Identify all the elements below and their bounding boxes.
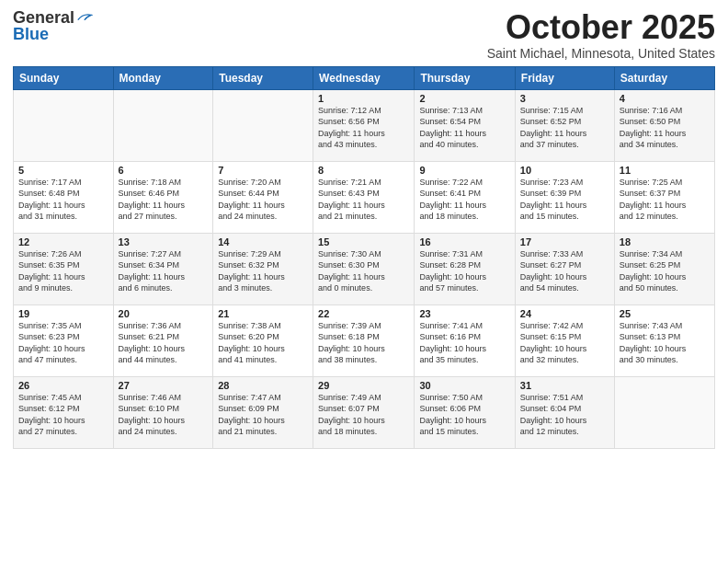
- day-number: 27: [119, 380, 209, 391]
- calendar-day-6: 6Sunrise: 7:18 AM Sunset: 6:46 PM Daylig…: [113, 161, 213, 233]
- calendar-day-14: 14Sunrise: 7:29 AM Sunset: 6:32 PM Dayli…: [213, 233, 313, 304]
- day-info: Sunrise: 7:21 AM Sunset: 6:43 PM Dayligh…: [318, 177, 409, 223]
- month-title: October 2025: [487, 9, 715, 46]
- calendar-day-8: 8Sunrise: 7:21 AM Sunset: 6:43 PM Daylig…: [313, 161, 415, 233]
- calendar-week-5: 26Sunrise: 7:45 AM Sunset: 6:12 PM Dayli…: [14, 376, 715, 448]
- day-info: Sunrise: 7:36 AM Sunset: 6:21 PM Dayligh…: [119, 320, 209, 366]
- calendar-day-30: 30Sunrise: 7:50 AM Sunset: 6:06 PM Dayli…: [415, 376, 515, 448]
- day-info: Sunrise: 7:43 AM Sunset: 6:13 PM Dayligh…: [620, 320, 710, 366]
- calendar-table: SundayMondayTuesdayWednesdayThursdayFrid…: [13, 66, 715, 449]
- day-info: Sunrise: 7:16 AM Sunset: 6:50 PM Dayligh…: [620, 105, 710, 151]
- day-number: 31: [520, 380, 609, 391]
- day-number: 26: [18, 380, 108, 391]
- day-info: Sunrise: 7:26 AM Sunset: 6:35 PM Dayligh…: [18, 248, 108, 294]
- day-info: Sunrise: 7:17 AM Sunset: 6:48 PM Dayligh…: [18, 177, 108, 223]
- logo: General Blue: [13, 9, 93, 42]
- calendar-day-4: 4Sunrise: 7:16 AM Sunset: 6:50 PM Daylig…: [614, 89, 714, 161]
- calendar-week-3: 12Sunrise: 7:26 AM Sunset: 6:35 PM Dayli…: [14, 233, 715, 304]
- calendar-empty-cell: [614, 376, 714, 448]
- calendar-day-10: 10Sunrise: 7:23 AM Sunset: 6:39 PM Dayli…: [515, 161, 614, 233]
- logo-general: General: [13, 9, 74, 26]
- calendar-day-22: 22Sunrise: 7:39 AM Sunset: 6:18 PM Dayli…: [313, 304, 415, 376]
- day-info: Sunrise: 7:12 AM Sunset: 6:56 PM Dayligh…: [318, 105, 409, 151]
- day-info: Sunrise: 7:39 AM Sunset: 6:18 PM Dayligh…: [318, 320, 409, 366]
- day-number: 16: [419, 236, 509, 247]
- calendar-day-2: 2Sunrise: 7:13 AM Sunset: 6:54 PM Daylig…: [415, 89, 515, 161]
- calendar-day-31: 31Sunrise: 7:51 AM Sunset: 6:04 PM Dayli…: [515, 376, 614, 448]
- calendar-day-12: 12Sunrise: 7:26 AM Sunset: 6:35 PM Dayli…: [14, 233, 114, 304]
- calendar-day-21: 21Sunrise: 7:38 AM Sunset: 6:20 PM Dayli…: [213, 304, 313, 376]
- calendar-dow-sunday: Sunday: [14, 66, 114, 89]
- calendar-day-7: 7Sunrise: 7:20 AM Sunset: 6:44 PM Daylig…: [213, 161, 313, 233]
- calendar-day-28: 28Sunrise: 7:47 AM Sunset: 6:09 PM Dayli…: [213, 376, 313, 448]
- day-number: 23: [419, 308, 509, 319]
- calendar-day-5: 5Sunrise: 7:17 AM Sunset: 6:48 PM Daylig…: [14, 161, 114, 233]
- day-info: Sunrise: 7:41 AM Sunset: 6:16 PM Dayligh…: [419, 320, 509, 366]
- day-info: Sunrise: 7:18 AM Sunset: 6:46 PM Dayligh…: [119, 177, 209, 223]
- day-info: Sunrise: 7:27 AM Sunset: 6:34 PM Dayligh…: [119, 248, 209, 294]
- day-number: 6: [119, 165, 209, 176]
- day-number: 15: [318, 236, 409, 247]
- day-number: 22: [318, 308, 409, 319]
- day-info: Sunrise: 7:45 AM Sunset: 6:12 PM Dayligh…: [18, 392, 108, 438]
- calendar-day-26: 26Sunrise: 7:45 AM Sunset: 6:12 PM Dayli…: [14, 376, 114, 448]
- day-number: 7: [218, 165, 308, 176]
- day-number: 28: [218, 380, 308, 391]
- day-number: 3: [520, 93, 609, 104]
- calendar-week-4: 19Sunrise: 7:35 AM Sunset: 6:23 PM Dayli…: [14, 304, 715, 376]
- day-number: 24: [520, 308, 609, 319]
- day-info: Sunrise: 7:38 AM Sunset: 6:20 PM Dayligh…: [218, 320, 308, 366]
- day-number: 5: [18, 165, 108, 176]
- day-number: 20: [119, 308, 209, 319]
- day-number: 21: [218, 308, 308, 319]
- day-number: 17: [520, 236, 609, 247]
- logo-blue: Blue: [13, 26, 49, 42]
- day-info: Sunrise: 7:33 AM Sunset: 6:27 PM Dayligh…: [520, 248, 609, 294]
- page-header: General Blue October 2025 Saint Michael,…: [13, 9, 715, 61]
- calendar-day-18: 18Sunrise: 7:34 AM Sunset: 6:25 PM Dayli…: [614, 233, 714, 304]
- calendar-day-1: 1Sunrise: 7:12 AM Sunset: 6:56 PM Daylig…: [313, 89, 415, 161]
- day-info: Sunrise: 7:34 AM Sunset: 6:25 PM Dayligh…: [620, 248, 710, 294]
- calendar-day-27: 27Sunrise: 7:46 AM Sunset: 6:10 PM Dayli…: [113, 376, 213, 448]
- calendar-day-20: 20Sunrise: 7:36 AM Sunset: 6:21 PM Dayli…: [113, 304, 213, 376]
- day-info: Sunrise: 7:51 AM Sunset: 6:04 PM Dayligh…: [520, 392, 609, 438]
- day-info: Sunrise: 7:20 AM Sunset: 6:44 PM Dayligh…: [218, 177, 308, 223]
- day-info: Sunrise: 7:42 AM Sunset: 6:15 PM Dayligh…: [520, 320, 609, 366]
- day-info: Sunrise: 7:47 AM Sunset: 6:09 PM Dayligh…: [218, 392, 308, 438]
- calendar-dow-friday: Friday: [515, 66, 614, 89]
- calendar-day-17: 17Sunrise: 7:33 AM Sunset: 6:27 PM Dayli…: [515, 233, 614, 304]
- day-number: 19: [18, 308, 108, 319]
- day-number: 29: [318, 380, 409, 391]
- day-number: 1: [318, 93, 409, 104]
- calendar-dow-wednesday: Wednesday: [313, 66, 415, 89]
- calendar-day-9: 9Sunrise: 7:22 AM Sunset: 6:41 PM Daylig…: [415, 161, 515, 233]
- day-info: Sunrise: 7:22 AM Sunset: 6:41 PM Dayligh…: [419, 177, 509, 223]
- calendar-dow-saturday: Saturday: [614, 66, 714, 89]
- day-number: 2: [419, 93, 509, 104]
- calendar-day-3: 3Sunrise: 7:15 AM Sunset: 6:52 PM Daylig…: [515, 89, 614, 161]
- calendar-empty-cell: [113, 89, 213, 161]
- day-info: Sunrise: 7:13 AM Sunset: 6:54 PM Dayligh…: [419, 105, 509, 151]
- day-info: Sunrise: 7:31 AM Sunset: 6:28 PM Dayligh…: [419, 248, 509, 294]
- calendar-day-29: 29Sunrise: 7:49 AM Sunset: 6:07 PM Dayli…: [313, 376, 415, 448]
- day-info: Sunrise: 7:29 AM Sunset: 6:32 PM Dayligh…: [218, 248, 308, 294]
- day-number: 11: [620, 165, 710, 176]
- calendar-day-13: 13Sunrise: 7:27 AM Sunset: 6:34 PM Dayli…: [113, 233, 213, 304]
- calendar-dow-thursday: Thursday: [415, 66, 515, 89]
- day-number: 8: [318, 165, 409, 176]
- day-info: Sunrise: 7:23 AM Sunset: 6:39 PM Dayligh…: [520, 177, 609, 223]
- calendar-day-11: 11Sunrise: 7:25 AM Sunset: 6:37 PM Dayli…: [614, 161, 714, 233]
- calendar-empty-cell: [14, 89, 114, 161]
- calendar-day-24: 24Sunrise: 7:42 AM Sunset: 6:15 PM Dayli…: [515, 304, 614, 376]
- calendar-empty-cell: [213, 89, 313, 161]
- day-number: 18: [620, 236, 710, 247]
- day-info: Sunrise: 7:35 AM Sunset: 6:23 PM Dayligh…: [18, 320, 108, 366]
- day-number: 14: [218, 236, 308, 247]
- day-number: 12: [18, 236, 108, 247]
- calendar-week-1: 1Sunrise: 7:12 AM Sunset: 6:56 PM Daylig…: [14, 89, 715, 161]
- day-number: 13: [119, 236, 209, 247]
- day-number: 9: [419, 165, 509, 176]
- calendar-day-25: 25Sunrise: 7:43 AM Sunset: 6:13 PM Dayli…: [614, 304, 714, 376]
- day-info: Sunrise: 7:15 AM Sunset: 6:52 PM Dayligh…: [520, 105, 609, 151]
- day-info: Sunrise: 7:25 AM Sunset: 6:37 PM Dayligh…: [620, 177, 710, 223]
